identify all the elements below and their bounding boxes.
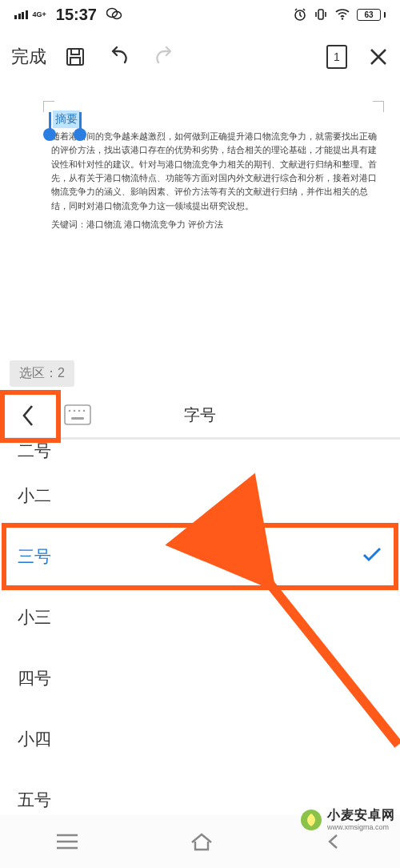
- document-page: 摘要 随着港口间的竞争越来越激烈，如何做到正确提升港口物流竞争力，就需要找出正确…: [43, 101, 384, 119]
- alarm-icon: [293, 7, 307, 22]
- size-option[interactable]: 小三: [0, 587, 400, 648]
- selection-handle-start[interactable]: [43, 128, 56, 141]
- keywords-row: 关键词：港口物流 港口物流竞争力 评价方法: [51, 218, 379, 231]
- battery-indicator: 63: [357, 9, 386, 21]
- done-button[interactable]: 完成: [11, 45, 46, 69]
- page-number: 1: [334, 50, 340, 63]
- svg-rect-6: [71, 49, 79, 54]
- status-left: 4G+ 15:37: [14, 6, 122, 24]
- nav-home-icon[interactable]: [190, 832, 214, 851]
- close-icon[interactable]: [368, 46, 389, 67]
- wechat-icon: [106, 7, 122, 22]
- svg-point-4: [342, 18, 343, 19]
- keywords-label: 关键词：: [51, 219, 86, 229]
- size-label: 四号: [18, 667, 51, 689]
- body-text: 随着港口间的竞争越来越激烈，如何做到正确提升港口物流竞争力，就需要找出正确的评价…: [51, 131, 377, 211]
- font-size-list[interactable]: 二号 小二 三号 小三 四号 小四 五号: [0, 440, 400, 830]
- selection-handle-stem: [79, 112, 82, 130]
- svg-rect-13: [71, 417, 84, 420]
- svg-point-11: [78, 410, 81, 412]
- status-bar: 4G+ 15:37 63: [0, 0, 400, 29]
- size-option[interactable]: 四号: [0, 648, 400, 709]
- document-body[interactable]: 随着港口间的竞争越来越激烈，如何做到正确提升港口物流竞争力，就需要找出正确的评价…: [51, 130, 379, 232]
- selection-handle-end[interactable]: [74, 128, 86, 141]
- size-label: 五号: [18, 789, 51, 811]
- nav-back-icon[interactable]: [324, 832, 345, 851]
- wifi-icon: [334, 8, 350, 21]
- undo-icon[interactable]: [107, 46, 131, 67]
- status-time: 15:37: [56, 6, 97, 24]
- watermark-en: www.xmsigma.com: [327, 823, 395, 831]
- editor-toolbar: 完成 1: [0, 29, 400, 85]
- size-label: 小三: [18, 606, 51, 629]
- selection-count-badge: 选区：2: [10, 360, 74, 387]
- nav-menu-icon[interactable]: [55, 833, 79, 850]
- tutorial-highlight-row: [2, 523, 398, 590]
- svg-rect-3: [318, 10, 323, 19]
- back-button[interactable]: [0, 390, 56, 441]
- size-option[interactable]: 小四: [0, 709, 400, 770]
- svg-rect-7: [70, 58, 80, 65]
- watermark: 小麦安卓网 www.xmsigma.com: [300, 808, 395, 831]
- check-icon: [362, 547, 382, 567]
- svg-point-9: [69, 410, 71, 412]
- svg-point-12: [83, 410, 86, 412]
- svg-rect-8: [65, 405, 90, 424]
- status-right: 63: [293, 7, 386, 22]
- size-option[interactable]: 二号: [0, 440, 400, 465]
- size-option[interactable]: 小二: [0, 465, 400, 526]
- keyboard-icon[interactable]: [64, 404, 91, 425]
- redo-icon: [152, 46, 176, 67]
- font-panel-header: 字号: [0, 393, 400, 440]
- document-canvas[interactable]: 摘要 随着港口间的竞争越来越激烈，如何做到正确提升港口物流竞争力，就需要找出正确…: [0, 85, 400, 393]
- size-option-selected[interactable]: 三号: [0, 526, 400, 587]
- page-count-icon[interactable]: 1: [326, 45, 347, 69]
- size-label: 三号: [18, 545, 51, 568]
- save-icon[interactable]: [64, 46, 86, 68]
- watermark-logo-icon: [300, 809, 322, 831]
- size-label: 小二: [18, 484, 51, 507]
- size-label: 小四: [18, 728, 51, 750]
- selected-title[interactable]: 摘要: [53, 111, 80, 128]
- watermark-cn: 小麦安卓网: [327, 808, 395, 822]
- signal-icon: [14, 10, 28, 19]
- size-label: 二号: [18, 440, 51, 462]
- panel-title: 字号: [184, 404, 216, 426]
- vibrate-icon: [314, 7, 328, 22]
- battery-percent: 63: [364, 10, 373, 19]
- crop-mark-tr: [373, 101, 384, 112]
- network-label: 4G+: [33, 11, 46, 18]
- svg-point-10: [74, 410, 76, 412]
- keywords-text: 港口物流 港口物流竞争力 评价方法: [86, 219, 223, 229]
- selection-handle-stem: [49, 112, 51, 130]
